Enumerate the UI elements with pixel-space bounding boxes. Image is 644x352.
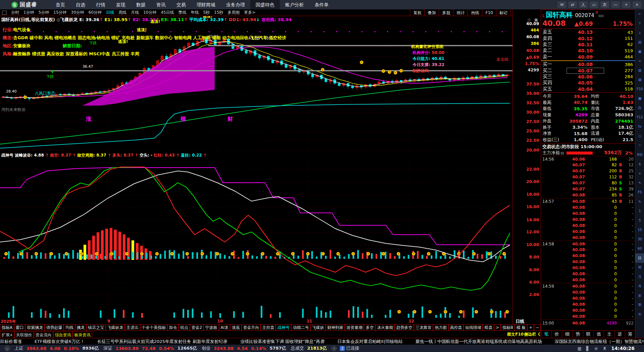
panel-tab-联[interactable]: 联 (583, 331, 593, 338)
panel-tab-主[interactable]: 主 (604, 331, 614, 338)
keyboard-icon[interactable]: ▦ (577, 346, 581, 351)
indicator-tab-高控盘[interactable]: 高控盘 (448, 324, 464, 331)
indicator-tab-主控盘[interactable]: 主控盘 (261, 324, 276, 331)
order-book-row-buy[interactable]: 买四40.05325 (541, 80, 635, 86)
panel-tab-筹[interactable]: 筹 (625, 331, 635, 338)
menu-item-自选[interactable]: 自选 (70, 0, 91, 9)
menu-item-账户分析[interactable]: 账户分析 (280, 0, 309, 9)
menu-item-行情[interactable]: 行情 (91, 0, 111, 9)
indicator-tab-短线情绪[interactable]: 短线情绪 (464, 324, 483, 331)
period-tab-60分钟[interactable]: 60分钟 (89, 10, 102, 15)
maximize-icon[interactable]: + (622, 1, 631, 8)
period-tab-10分钟[interactable]: 10分钟 (143, 10, 156, 15)
indicator-tab-窗口[interactable]: 窗口 (14, 324, 25, 331)
indicator-tab-加仓[interactable]: 加仓 (167, 324, 179, 331)
chart-btn-统计[interactable]: 统计 (453, 9, 468, 16)
menu-item-条件单[interactable]: 条件单 (309, 0, 334, 9)
report-icon[interactable]: ▨ (635, 75, 644, 84)
indicator-tab-−[interactable]: − (534, 324, 541, 331)
period-tab-15分钟[interactable]: 15分钟 (53, 10, 66, 15)
doc-icon[interactable]: ▤ (560, 151, 564, 155)
indicator-tab-镇店之宝[interactable]: 镇店之宝 (86, 324, 105, 331)
info-tab-板块资讯[interactable]: 板块资讯 (73, 332, 92, 338)
info-tab-关联报价[interactable]: 关联报价 (14, 332, 34, 338)
corner-link-图文F10[interactable]: 图文F10 (507, 332, 524, 337)
corner-link-侧边栏《[interactable]: 侧边栏《 (524, 332, 540, 337)
indicator-tab-强势起爆[interactable]: 强势起爆 (45, 324, 64, 331)
indicator-tab-三龙聚首[interactable]: 三龙聚首 (414, 324, 433, 331)
skin-icon[interactable]: 衣 (600, 1, 609, 8)
network-icon[interactable]: ⊘ (331, 346, 336, 351)
period-tab-周线[interactable]: 周线 (118, 10, 126, 15)
panel-tab-价[interactable]: 价 (551, 331, 562, 338)
kline-icon[interactable]: ▥ (635, 66, 644, 75)
money-icon[interactable]: $ (635, 160, 644, 169)
period-n[interactable]: N (635, 282, 644, 291)
order-book-row-buy[interactable]: 买五40.04518 (541, 86, 635, 92)
chart-btn-标记[interactable]: 标记 (496, 9, 511, 16)
period-tab-30分钟[interactable]: 30分钟 (71, 10, 84, 15)
indicator-tab->[interactable]: > (494, 324, 501, 331)
move-icon[interactable]: + (635, 169, 644, 178)
order-book-row-buy[interactable]: 买三40.06284 (541, 74, 635, 80)
indicator-tab-模 板[interactable]: 模 板 (515, 324, 527, 331)
rsi-icon[interactable]: RSI (635, 150, 644, 160)
indicator-tab-擒龙[interactable]: 擒龙 (75, 324, 87, 331)
panel-tab-逆[interactable]: 逆 (614, 331, 625, 338)
indicator-tab-财神到家[interactable]: 财神到家 (326, 324, 345, 331)
period-year[interactable]: 年 (635, 310, 644, 319)
news-item[interactable]: 日本集会反对重启柏崎刈羽核电站 (337, 339, 403, 344)
period-tab-更多>[interactable]: 更多> (244, 10, 256, 15)
collapse-icon[interactable]: ◎ (56, 17, 60, 22)
chart-btn-F10[interactable]: F10 (482, 9, 496, 16)
indicator-tab-转点[interactable]: 转点 (178, 324, 190, 331)
order-book-row-sell[interactable]: 卖二40.10519 (541, 48, 635, 54)
panel-tab-值[interactable]: 值 (593, 331, 604, 338)
period-tab-季线[interactable]: 季线 (178, 10, 186, 15)
period-15[interactable]: 15 (635, 225, 644, 235)
news-item[interactable]: 业绩比较基准密集下调 固收理财“降息”再袭 (240, 339, 325, 344)
order-book-row-sell[interactable]: 卖一40.09464 (541, 54, 635, 60)
indicator-tab-暗盘[interactable]: 暗盘 (483, 324, 494, 331)
period-week[interactable]: 周 (635, 263, 644, 272)
info-tab-扩展∧[interactable]: 扩展∧ (0, 332, 14, 338)
up-icon[interactable]: ↑ (635, 19, 644, 28)
indicator-tab-飞碟妖[interactable]: 飞碟妖 (310, 324, 326, 331)
indicator-tab-趋势多空[interactable]: 趋势多空 (394, 324, 414, 331)
f10-icon[interactable]: F10 (635, 84, 644, 94)
menu-item-数据[interactable]: 数据 (131, 0, 151, 9)
f12-icon[interactable]: F12 (635, 113, 644, 122)
period-60[interactable]: 60 (635, 244, 644, 253)
badge-2[interactable]: 2 (340, 346, 345, 351)
news-item[interactable]: 聚焦一线丨中国航信新一代开放离港前端系统成功落地高高原机场 (416, 339, 542, 344)
expand-icon[interactable]: ◎ (5, 346, 10, 351)
menu-item-发现[interactable]: 发现 (111, 0, 131, 9)
circle-icon[interactable]: ○ (635, 131, 644, 141)
period-tab-45日线[interactable]: 45日线 (161, 10, 174, 15)
table-icon[interactable]: ▦ (635, 47, 644, 56)
compare-icon[interactable]: ⇄ (568, 1, 577, 8)
news-item[interactable]: 目标价看涨 (0, 339, 22, 344)
fx-icon[interactable]: fx (635, 122, 644, 131)
down-icon[interactable]: ↓ (635, 28, 644, 38)
panel-tab-笔[interactable]: 笔 (541, 331, 551, 338)
period-month[interactable]: 月 (635, 272, 644, 282)
tree-icon[interactable]: ▩ (635, 94, 644, 103)
indicator-tab-指标B[interactable]: 指标B (501, 324, 515, 331)
message-icon[interactable]: ✉ (557, 1, 566, 8)
person-icon[interactable]: 人 (579, 1, 588, 8)
period-tab-日线[interactable]: 日线 (106, 10, 114, 15)
info-tab-资金流向[interactable]: 资金流向 (34, 332, 53, 338)
indicator-tab-游资量潮[interactable]: 游资量潮 (345, 324, 364, 331)
chart-btn-多股[interactable]: 多股 (439, 9, 453, 16)
period-tab-分时[interactable]: 分时 (11, 10, 19, 15)
indicator-tab-指标A[interactable]: 指标A (0, 324, 14, 331)
indicator-tab-动能二号[interactable]: 动能二号 (291, 324, 310, 331)
period-multi[interactable]: 多 (635, 291, 644, 300)
period-5[interactable]: 5 (635, 216, 644, 225)
trend-icon[interactable]: ≈ (635, 56, 644, 66)
indicator-tab-资金2[interactable]: 资金2 (190, 324, 204, 331)
panel-tab-细[interactable]: 细 (562, 331, 572, 338)
alert-icon[interactable]: ♜ (603, 346, 607, 351)
period-30[interactable]: 30 (635, 235, 644, 244)
